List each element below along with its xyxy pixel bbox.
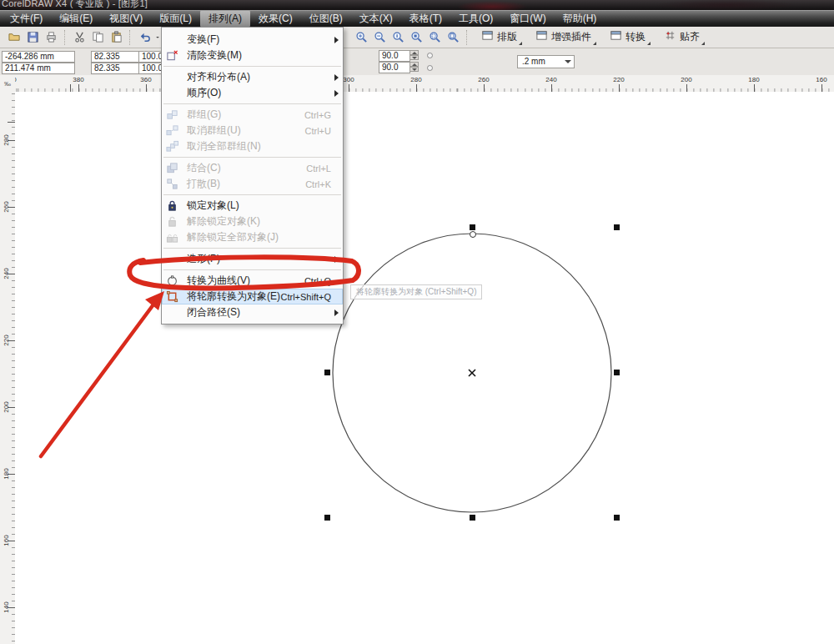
arc-end-field[interactable]: 90.0	[379, 62, 410, 73]
convert-to-curves-button-icon[interactable]	[629, 54, 642, 68]
menu-tooltip: 将轮廓转换为对象 (Ctrl+Shift+Q)	[350, 284, 482, 299]
selection-handle[interactable]	[470, 515, 475, 521]
menu-bar: 文件(F)编辑(E)视图(V)版面(L)排列(A)效果(C)位图(B)文本(X)…	[0, 10, 834, 27]
menu-separator	[163, 103, 341, 104]
zoom-selected-icon[interactable]	[407, 29, 425, 46]
menu-item-label: 取消群组(U)	[187, 123, 305, 138]
combine-icon	[162, 162, 182, 174]
zoom-in-icon[interactable]	[352, 29, 370, 46]
save-icon[interactable]	[23, 29, 42, 46]
to-front-icon[interactable]	[607, 54, 620, 68]
v-ruler-label: 240	[3, 268, 10, 279]
menubar-item-7[interactable]: 位图(B)	[301, 11, 351, 27]
wrap-text-icon[interactable]	[479, 54, 492, 68]
rotation-angle-icon[interactable]	[345, 54, 359, 68]
object-height-icon	[77, 62, 90, 75]
menubar-item-11[interactable]: 窗口(W)	[501, 11, 554, 27]
selection-handle[interactable]	[324, 515, 330, 521]
submenu-arrow-icon	[334, 74, 339, 81]
menu-item-15[interactable]: 将轮廓转换为对象(E)Ctrl+Shift+Q	[162, 289, 343, 304]
vertical-ruler[interactable]: 280260240220200180160140	[0, 92, 16, 644]
break-apart-icon	[162, 178, 182, 190]
menu-item-9: 打散(B)Ctrl+K	[162, 176, 343, 192]
menubar-item-2[interactable]: 编辑(E)	[51, 11, 101, 27]
menu-item-10[interactable]: 锁定对象(L)	[162, 198, 343, 214]
size-h-field[interactable]: 82.335 mm	[91, 63, 139, 74]
zoom-all-icon[interactable]	[425, 29, 444, 46]
menu-item-16[interactable]: 闭合路径(S)	[162, 304, 343, 320]
size-w-field[interactable]: 82.335 mm	[91, 51, 139, 63]
menu-item-shortcut: Ctrl+Q	[304, 276, 331, 286]
ellipse-node[interactable]	[470, 231, 476, 238]
menu-item-14[interactable]: 转换为曲线(V)Ctrl+Q	[162, 273, 343, 289]
menubar-item-8[interactable]: 文本(X)	[351, 11, 401, 27]
pos-y-field[interactable]: 211.474 mm	[2, 63, 75, 74]
zoom-100-icon[interactable]	[389, 29, 407, 46]
h-ruler-label: 180	[748, 76, 759, 83]
menu-separator	[163, 269, 341, 270]
menu-item-11: 解除锁定对象(K)	[162, 214, 343, 229]
arc-direction-radio-2[interactable]	[427, 65, 433, 71]
arc-direction-radio[interactable]	[427, 53, 433, 58]
menu-item-2[interactable]: 清除变换(M)	[162, 48, 343, 63]
selection-handle[interactable]	[470, 224, 475, 230]
paste-icon[interactable]	[107, 29, 125, 46]
h-ruler-label: 300	[343, 76, 354, 83]
menu-item-12: 解除锁定全部对象(J)	[162, 229, 343, 245]
selection-handle[interactable]	[614, 515, 620, 521]
menubar-item-1[interactable]: 文件(F)	[2, 11, 51, 27]
menu-separator	[163, 66, 341, 67]
arc-end-icon	[364, 61, 377, 74]
menubar-item-9[interactable]: 表格(T)	[401, 11, 450, 27]
arc-start-field[interactable]: 90.0	[379, 50, 410, 62]
toolbar-button-2[interactable]: 增强插件	[530, 28, 597, 47]
menubar-item-10[interactable]: 工具(O)	[450, 11, 501, 27]
open-folder-icon[interactable]	[5, 29, 23, 46]
selection-handle[interactable]	[614, 370, 620, 375]
arc-end-spinner[interactable]	[409, 62, 419, 73]
ruler-origin[interactable]: ‰	[0, 75, 16, 93]
menubar-item-6[interactable]: 效果(C)	[250, 11, 301, 27]
toolbar-button-label: 增强插件	[551, 30, 591, 44]
menu-item-shortcut: Ctrl+L	[306, 164, 331, 174]
h-ruler-label: 260	[478, 76, 489, 83]
outline-to-object-icon	[162, 290, 182, 303]
menu-item-3[interactable]: 对齐和分布(A)	[162, 69, 343, 85]
unlock-all-icon	[162, 231, 182, 244]
zoom-out-icon[interactable]	[370, 29, 389, 46]
selection-handle[interactable]	[324, 370, 330, 375]
reverse-direction-icon[interactable]	[452, 54, 465, 68]
copy-icon[interactable]	[88, 29, 107, 46]
toolbar-button-4[interactable]: 贴齐	[658, 28, 706, 47]
toolbar-button-1[interactable]: 排版	[475, 28, 523, 47]
selection-handle[interactable]	[614, 224, 620, 230]
menubar-item-5[interactable]: 排列(A)	[200, 11, 250, 27]
arc-start-spinner[interactable]	[409, 50, 419, 61]
h-ruler-label: 380	[73, 76, 83, 83]
toolbar-separator	[466, 30, 468, 45]
submenu-arrow-icon	[334, 256, 339, 263]
menubar-item-4[interactable]: 版面(L)	[151, 11, 200, 27]
outline-width-combo[interactable]: .2 mm	[517, 55, 575, 68]
pos-x-field[interactable]: -264.286 mm	[2, 51, 75, 63]
menu-item-label: 群组(G)	[187, 108, 304, 122]
drawing-canvas[interactable]	[15, 92, 834, 644]
menubar-item-12[interactable]: 帮助(H)	[555, 11, 605, 27]
menu-item-label: 将轮廓转换为对象(E)	[187, 289, 280, 304]
print-icon[interactable]	[42, 29, 60, 46]
menu-item-4[interactable]: 顺序(O)	[162, 85, 343, 101]
zoom-page-icon[interactable]	[444, 29, 462, 46]
horizontal-ruler[interactable]: 400380360340320300280260240220200180160	[15, 75, 834, 93]
to-back-icon[interactable]	[590, 54, 604, 68]
menu-item-6: 取消群组(U)Ctrl+U	[162, 123, 343, 138]
toolbar-button-3[interactable]: 转换	[604, 28, 651, 47]
undo-icon[interactable]	[135, 29, 153, 46]
v-ruler-label: 280	[3, 134, 10, 145]
menu-item-label: 转换为曲线(V)	[187, 274, 304, 288]
menu-item-1[interactable]: 变换(F)	[162, 32, 343, 48]
submenu-arrow-icon	[334, 90, 339, 97]
cut-icon[interactable]	[70, 29, 88, 46]
v-ruler-label: 200	[3, 401, 10, 412]
menubar-item-3[interactable]: 视图(V)	[101, 11, 151, 27]
menu-item-13[interactable]: 造形(P)	[162, 251, 343, 267]
